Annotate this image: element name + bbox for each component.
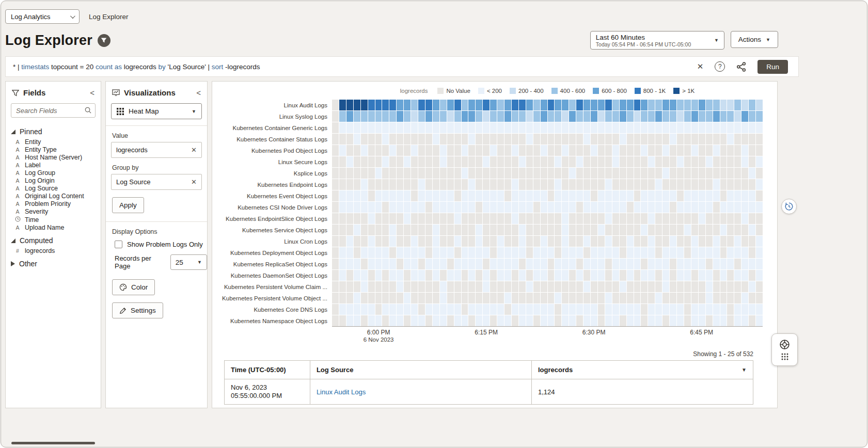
heatmap-cell[interactable] xyxy=(440,213,447,224)
heatmap-cell[interactable] xyxy=(648,236,655,247)
heatmap-cell[interactable] xyxy=(354,122,360,133)
heatmap-cell[interactable] xyxy=(749,236,755,247)
heatmap-cell[interactable] xyxy=(447,259,454,269)
heatmap-cell[interactable] xyxy=(375,225,382,235)
heatmap-cell[interactable] xyxy=(397,168,403,179)
heatmap-cell[interactable] xyxy=(490,179,497,190)
heatmap-cell[interactable] xyxy=(512,304,518,315)
heatmap-cell[interactable] xyxy=(497,190,504,201)
heatmap-cell[interactable] xyxy=(339,236,346,247)
heatmap-cell[interactable] xyxy=(497,259,504,269)
heatmap-cell[interactable] xyxy=(641,315,648,326)
heatmap-cell[interactable] xyxy=(468,190,475,201)
heatmap-cell[interactable] xyxy=(332,122,339,133)
heatmap-cell[interactable] xyxy=(425,202,432,213)
heatmap-cell[interactable] xyxy=(440,270,447,281)
heatmap-cell[interactable] xyxy=(425,168,432,179)
heatmap-cell[interactable] xyxy=(404,100,411,110)
heatmap-cell[interactable] xyxy=(713,145,720,156)
fields-section-pinned[interactable]: Pinned xyxy=(6,123,101,138)
heatmap-cell[interactable] xyxy=(354,168,360,179)
heatmap-cell[interactable] xyxy=(620,281,626,292)
heatmap-cell[interactable] xyxy=(454,111,461,122)
heatmap-cell[interactable] xyxy=(541,304,547,315)
heatmap-cell[interactable] xyxy=(670,168,676,179)
heatmap-cell[interactable] xyxy=(569,225,576,235)
heatmap-cell[interactable] xyxy=(512,156,518,167)
heatmap-cell[interactable] xyxy=(612,315,619,326)
heatmap-cell[interactable] xyxy=(677,270,684,281)
heatmap-cell[interactable] xyxy=(497,156,504,167)
heatmap-cell[interactable] xyxy=(548,122,555,133)
heatmap-cell[interactable] xyxy=(447,202,454,213)
heatmap-cell[interactable] xyxy=(691,202,698,213)
heatmap-cell[interactable] xyxy=(662,293,669,303)
heatmap-cell[interactable] xyxy=(741,179,748,190)
heatmap-cell[interactable] xyxy=(519,270,526,281)
heatmap-cell[interactable] xyxy=(512,190,518,201)
heatmap-cell[interactable] xyxy=(612,179,619,190)
heatmap-cell[interactable] xyxy=(677,236,684,247)
heatmap-cell[interactable] xyxy=(749,304,755,315)
share-icon[interactable] xyxy=(736,62,746,72)
heatmap-cell[interactable] xyxy=(605,213,612,224)
heatmap-cell[interactable] xyxy=(555,145,561,156)
heatmap-cell[interactable] xyxy=(541,236,547,247)
heatmap-cell[interactable] xyxy=(627,122,634,133)
heatmap-cell[interactable] xyxy=(526,100,533,110)
heatmap-cell[interactable] xyxy=(691,247,698,258)
heatmap-cell[interactable] xyxy=(339,213,346,224)
heatmap-cell[interactable] xyxy=(468,315,475,326)
heatmap-cell[interactable] xyxy=(576,236,583,247)
column-header-logrecords[interactable]: logrecords▼ xyxy=(531,361,753,379)
heatmap-cell[interactable] xyxy=(655,236,662,247)
heatmap-cell[interactable] xyxy=(389,293,396,303)
heatmap-cell[interactable] xyxy=(375,202,382,213)
heatmap-cell[interactable] xyxy=(562,179,569,190)
heatmap-cell[interactable] xyxy=(699,179,705,190)
heatmap-cell[interactable] xyxy=(620,259,626,269)
heatmap-cell[interactable] xyxy=(662,145,669,156)
heatmap-cell[interactable] xyxy=(332,281,339,292)
heatmap-cell[interactable] xyxy=(749,202,755,213)
heatmap-cell[interactable] xyxy=(670,259,676,269)
heatmap-cell[interactable] xyxy=(533,156,540,167)
heatmap-cell[interactable] xyxy=(605,145,612,156)
heatmap-cell[interactable] xyxy=(655,225,662,235)
heatmap-cell[interactable] xyxy=(569,145,576,156)
heatmap-cell[interactable] xyxy=(440,247,447,258)
heatmap-cell[interactable] xyxy=(648,259,655,269)
heatmap-cell[interactable] xyxy=(741,315,748,326)
heatmap-cell[interactable] xyxy=(425,293,432,303)
heatmap-cell[interactable] xyxy=(462,134,468,145)
heatmap-cell[interactable] xyxy=(655,168,662,179)
heatmap-cell[interactable] xyxy=(462,100,468,110)
heatmap-cell[interactable] xyxy=(361,122,368,133)
heatmap-cell[interactable] xyxy=(440,259,447,269)
heatmap-cell[interactable] xyxy=(648,281,655,292)
heatmap-cell[interactable] xyxy=(691,145,698,156)
heatmap-cell[interactable] xyxy=(756,315,763,326)
heatmap-cell[interactable] xyxy=(749,168,755,179)
fields-section-other[interactable]: Other xyxy=(6,255,101,270)
heatmap-cell[interactable] xyxy=(519,190,526,201)
heatmap-cell[interactable] xyxy=(620,156,626,167)
heatmap-cell[interactable] xyxy=(483,145,490,156)
heatmap-cell[interactable] xyxy=(397,156,403,167)
heatmap-cell[interactable] xyxy=(548,190,555,201)
heatmap-cell[interactable] xyxy=(555,270,561,281)
heatmap-cell[interactable] xyxy=(411,236,418,247)
heatmap-cell[interactable] xyxy=(361,134,368,145)
heatmap-cell[interactable] xyxy=(741,122,748,133)
heatmap-cell[interactable] xyxy=(648,179,655,190)
heatmap-cell[interactable] xyxy=(504,315,511,326)
heatmap-cell[interactable] xyxy=(699,304,705,315)
heatmap-cell[interactable] xyxy=(591,225,597,235)
heatmap-cell[interactable] xyxy=(662,270,669,281)
heatmap-cell[interactable] xyxy=(562,281,569,292)
heatmap-cell[interactable] xyxy=(612,134,619,145)
heatmap-cell[interactable] xyxy=(756,259,763,269)
heatmap-cell[interactable] xyxy=(397,122,403,133)
heatmap-cell[interactable] xyxy=(433,190,439,201)
heatmap-cell[interactable] xyxy=(476,100,482,110)
